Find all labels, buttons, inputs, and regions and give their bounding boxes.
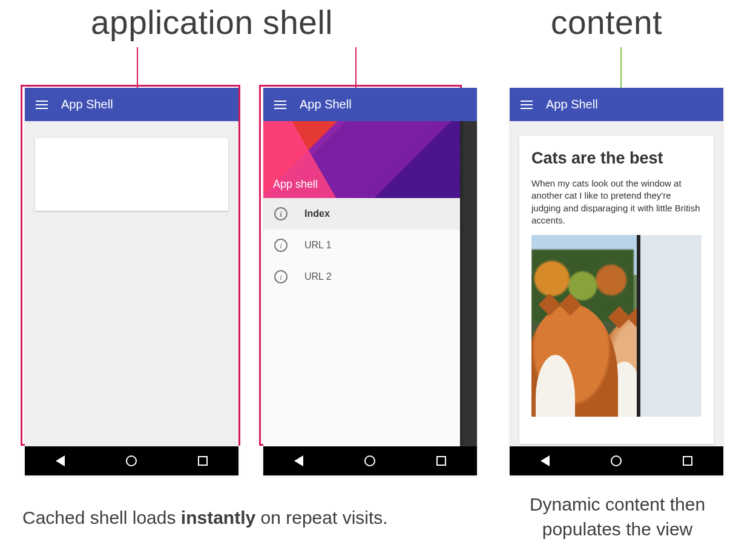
android-nav-bar <box>263 446 477 475</box>
app-bar: App Shell <box>510 88 723 121</box>
recents-icon[interactable] <box>436 456 446 466</box>
cat-illustration <box>531 304 618 417</box>
drawer-item-label: URL 1 <box>304 240 332 251</box>
menu-icon[interactable] <box>36 101 48 109</box>
placeholder-card <box>35 138 228 211</box>
connector-line <box>355 47 357 88</box>
caption-shell: Cached shell loads instantly on repeat v… <box>22 508 458 528</box>
info-icon: i <box>274 270 288 283</box>
phone-body: App shell i Index i URL 1 i URL 2 <box>263 121 477 446</box>
home-icon[interactable] <box>611 455 622 466</box>
home-icon[interactable] <box>126 455 137 466</box>
recents-icon[interactable] <box>198 456 208 466</box>
content-card: Cats are the best When my cats look out … <box>519 136 714 444</box>
phone-body <box>25 121 238 446</box>
drawer-item-url2[interactable]: i URL 2 <box>263 261 460 293</box>
drawer-title: App shell <box>273 178 318 191</box>
menu-icon[interactable] <box>274 101 286 109</box>
label-content: content <box>551 3 662 42</box>
back-icon[interactable] <box>541 455 550 466</box>
info-icon: i <box>274 239 288 252</box>
android-nav-bar <box>510 446 723 475</box>
menu-icon[interactable] <box>521 101 533 109</box>
home-icon[interactable] <box>364 455 375 466</box>
back-icon[interactable] <box>56 455 65 466</box>
info-icon: i <box>274 207 288 220</box>
back-icon[interactable] <box>294 455 303 466</box>
android-nav-bar <box>25 446 238 475</box>
app-bar: App Shell <box>25 88 238 121</box>
phone-mock-shell-drawer: App Shell App shell i Index i URL 1 i UR… <box>263 88 477 475</box>
caption-content: Dynamic content then populates the view <box>508 492 726 541</box>
phone-mock-shell-empty: App Shell <box>25 88 238 475</box>
drawer-header: App shell <box>263 121 460 198</box>
label-application-shell: application shell <box>91 3 333 42</box>
app-title: App Shell <box>546 98 598 111</box>
drawer-item-index[interactable]: i Index <box>263 198 460 230</box>
content-heading: Cats are the best <box>531 149 702 168</box>
drawer-item-label: URL 2 <box>304 271 332 282</box>
app-title: App Shell <box>61 98 113 111</box>
navigation-drawer: App shell i Index i URL 1 i URL 2 <box>263 121 460 446</box>
drawer-item-label: Index <box>304 208 330 219</box>
phone-mock-content: App Shell Cats are the best When my cats… <box>510 88 723 475</box>
content-body: When my cats look out the window at anot… <box>531 177 702 227</box>
app-bar: App Shell <box>263 88 477 121</box>
drawer-list: i Index i URL 1 i URL 2 <box>263 198 460 293</box>
drawer-item-url1[interactable]: i URL 1 <box>263 230 460 261</box>
connector-line <box>137 47 138 88</box>
app-title: App Shell <box>300 98 352 111</box>
recents-icon[interactable] <box>683 456 692 466</box>
content-image-cats <box>531 235 702 417</box>
phone-body: Cats are the best When my cats look out … <box>510 121 723 446</box>
